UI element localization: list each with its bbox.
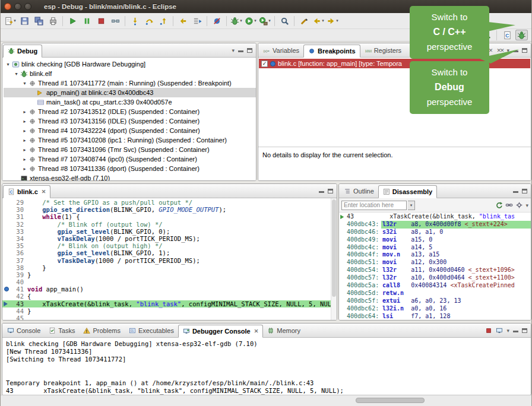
tab-problems[interactable]: Problems: [79, 324, 124, 337]
debug-tree-row[interactable]: ▸Thread #8 1073411336 (dport) (Suspended…: [4, 164, 256, 173]
terminate-button[interactable]: [94, 14, 108, 27]
code-line[interactable]: 35 /* Blink on (output high) */: [2, 242, 331, 249]
debug-tree-row[interactable]: ▾Thread #1 1073411772 (main : Running) (…: [4, 78, 256, 88]
code-line[interactable]: 34 vTaskDelay(1000 / portTICK_PERIOD_MS)…: [2, 235, 331, 242]
save-all-button[interactable]: [31, 14, 46, 27]
tab-registers[interactable]: 1010Registers: [360, 44, 406, 57]
view-menu-icon[interactable]: ▾: [232, 47, 235, 53]
settings-icon[interactable]: [515, 201, 523, 209]
disassembly-row[interactable]: 400dbc5f:extui a6, a0, 23, 13: [339, 297, 531, 305]
tab-breakpoints[interactable]: Breakpoints: [303, 45, 360, 58]
disassembly-row[interactable]: 400dbc49:movi a15, 0: [339, 236, 531, 244]
minimize-icon[interactable]: [513, 328, 518, 333]
expand-toggle-icon[interactable]: ▸: [21, 119, 28, 124]
disconnect-button[interactable]: [108, 14, 122, 27]
maximize-icon[interactable]: [522, 189, 527, 194]
print-button[interactable]: [46, 14, 60, 27]
link-with-debug-icon[interactable]: [505, 201, 513, 209]
breakpoint-checkbox[interactable]: ✓: [261, 61, 268, 67]
step-return-button[interactable]: [156, 14, 170, 27]
window-close-button[interactable]: [4, 3, 11, 10]
refresh-icon[interactable]: [495, 201, 503, 209]
code-line[interactable]: 33 gpio_set_level(BLINK_GPIO, 0);: [2, 228, 331, 235]
debug-tree-row[interactable]: ▾blink checking [GDB Hardware Debugging]: [4, 59, 256, 69]
code-line[interactable]: 31 while(1) {: [2, 213, 331, 220]
code-editor[interactable]: 29 /* Set the GPIO as a push/pull output…: [2, 198, 331, 320]
back-button[interactable]: ▾: [311, 14, 325, 27]
location-input[interactable]: [341, 201, 407, 210]
resume-button[interactable]: [65, 14, 80, 27]
save-button[interactable]: [17, 14, 31, 27]
expand-toggle-icon[interactable]: ▾: [13, 71, 20, 77]
debug-button[interactable]: ▾: [229, 14, 243, 27]
tab-blink-c[interactable]: C blink.c ✕: [3, 185, 50, 198]
code-line[interactable]: 39}: [2, 271, 331, 278]
tab-tasks[interactable]: Tasks: [45, 324, 79, 337]
search-button[interactable]: [277, 14, 292, 27]
debug-tree-row[interactable]: app_main() at blink.c:43 0x400dbc43: [4, 88, 256, 97]
tab-outline[interactable]: Outline: [340, 185, 378, 198]
window-maximize-button[interactable]: [24, 3, 31, 10]
editor-scrollbar[interactable]: [331, 198, 337, 320]
horizontal-scrollbar[interactable]: [356, 398, 425, 403]
expand-toggle-icon[interactable]: ▸: [21, 147, 28, 153]
code-line[interactable]: 38 }: [2, 264, 331, 271]
maximize-icon[interactable]: [522, 48, 527, 53]
code-line[interactable]: 45: [2, 315, 331, 320]
code-line[interactable]: 36 gpio_set_level(BLINK_GPIO, 1);: [2, 249, 331, 256]
skip-all-breakpoints-button[interactable]: [210, 14, 224, 27]
code-line[interactable]: 42{: [2, 293, 331, 300]
disassembly-row[interactable]: 400dbc64:lsi f7, a1, 128: [339, 313, 531, 320]
minimize-icon[interactable]: [319, 189, 324, 194]
suspend-button[interactable]: [80, 14, 94, 27]
window-minimize-button[interactable]: [14, 3, 21, 10]
maximize-icon[interactable]: [247, 48, 252, 53]
run-button[interactable]: ▾: [243, 14, 258, 27]
minimize-icon[interactable]: [238, 48, 243, 53]
tab-memory[interactable]: Memory: [263, 324, 305, 337]
expand-toggle-icon[interactable]: ▸: [21, 109, 28, 115]
code-line[interactable]: 43 xTaskCreate(&blink_task, "blink_task"…: [2, 300, 331, 307]
drop-to-frame-button[interactable]: [176, 14, 190, 27]
code-line[interactable]: 30 gpio_set_direction(BLINK_GPIO, GPIO_M…: [2, 206, 331, 213]
expand-toggle-icon[interactable]: ▸: [21, 138, 28, 143]
view-menu-icon[interactable]: ▾: [506, 328, 509, 334]
tab-executables[interactable]: 01Executables: [125, 324, 178, 337]
last-edit-location-button[interactable]: [297, 14, 311, 27]
view-menu-icon[interactable]: ▾: [525, 202, 528, 208]
debug-tree-row[interactable]: ▾blink.elf: [4, 69, 256, 78]
debug-tree-row[interactable]: ▸Thread #7 1073408744 (ipc0) (Suspended …: [4, 154, 256, 164]
disassembly-row[interactable]: 400dbc51:movi a12, 0x300: [339, 259, 531, 267]
code-line[interactable]: 41void app_main(): [2, 286, 331, 293]
disassembly-row[interactable]: 400dbc5d:retw.n: [339, 290, 531, 297]
disassembly-row[interactable]: 400dbc54:l32r a11, 0x400d0460 <_stext+10…: [339, 267, 531, 274]
disassembly-row[interactable]: 400dbc43:l32r a8, 0x400d00f8 <_stext+224…: [339, 221, 531, 229]
forward-button[interactable]: ▾: [325, 14, 340, 27]
code-line[interactable]: 29 /* Set the GPIO as a push/pull output…: [2, 199, 331, 206]
maximize-icon[interactable]: [328, 189, 333, 194]
close-tab-icon[interactable]: ✕: [254, 328, 259, 334]
code-line[interactable]: 40: [2, 278, 331, 286]
instruction-stepping-button[interactable]: [190, 14, 204, 27]
cpp-perspective-button[interactable]: C: [501, 30, 514, 40]
display-console-icon[interactable]: [496, 327, 503, 334]
disassembly-row[interactable]: 43 xTaskCreate(&blink_task, "blink_tas: [339, 213, 531, 221]
minimize-icon[interactable]: [513, 189, 518, 194]
expand-toggle-icon[interactable]: ▾: [5, 62, 11, 67]
expand-toggle-icon[interactable]: ▸: [21, 128, 28, 134]
step-over-button[interactable]: [142, 14, 156, 27]
disassembly-row[interactable]: 400dbc46:s32i a8, a1, 0: [339, 229, 531, 236]
disassembly-row[interactable]: 400dbc5a:call8 0x40084314 <xTaskCreatePi…: [339, 282, 531, 290]
disassembly-row[interactable]: 400dbc57:l32r a10, 0x400d0464 <_stext+11…: [339, 274, 531, 282]
tab-debug[interactable]: Debug: [3, 45, 42, 58]
debug-tree-row[interactable]: ▸Thread #5 1073410208 (ipc1 : Running) (…: [4, 135, 256, 145]
tab-disassembly[interactable]: Disassembly: [378, 185, 437, 198]
expand-toggle-icon[interactable]: ▸: [21, 157, 28, 162]
debug-tree-row[interactable]: ▸Thread #6 1073431096 (Tmr Svc) (Suspend…: [4, 145, 256, 154]
external-tools-button[interactable]: ▾: [258, 14, 272, 27]
expand-toggle-icon[interactable]: ▸: [21, 166, 28, 172]
expand-toggle-icon[interactable]: ▾: [21, 81, 28, 86]
disassembly-row[interactable]: 400dbc4c:movi a14, 5: [339, 244, 531, 252]
location-dropdown-icon[interactable]: ▾: [408, 201, 415, 210]
disassembly-listing[interactable]: 43 xTaskCreate(&blink_task, "blink_tas40…: [339, 212, 531, 320]
